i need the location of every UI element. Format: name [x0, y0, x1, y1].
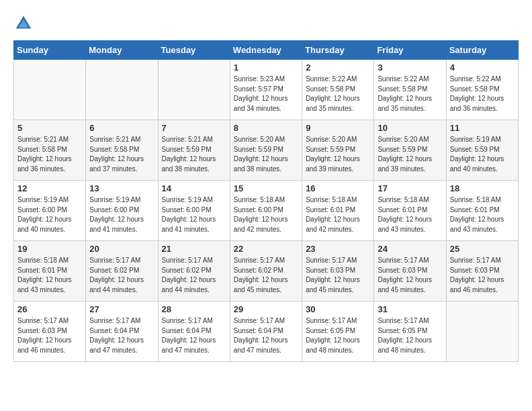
day-number: 30 [306, 304, 370, 314]
day-number: 1 [234, 62, 298, 73]
day-info: Sunrise: 5:17 AMSunset: 6:05 PMDaylight:… [378, 316, 442, 355]
day-cell: 25Sunrise: 5:17 AMSunset: 6:03 PMDayligh… [446, 241, 518, 302]
day-cell: 13Sunrise: 5:19 AMSunset: 6:00 PMDayligh… [86, 181, 158, 241]
header-cell-friday: Friday [374, 41, 446, 60]
day-number: 9 [306, 123, 370, 133]
day-cell: 14Sunrise: 5:19 AMSunset: 6:00 PMDayligh… [158, 181, 230, 241]
day-cell: 1Sunrise: 5:23 AMSunset: 5:57 PMDaylight… [230, 60, 302, 120]
day-info: Sunrise: 5:18 AMSunset: 6:00 PMDaylight:… [234, 195, 298, 234]
day-number: 11 [450, 123, 515, 133]
day-cell: 6Sunrise: 5:21 AMSunset: 5:58 PMDaylight… [86, 120, 158, 181]
day-cell: 17Sunrise: 5:18 AMSunset: 6:01 PMDayligh… [374, 181, 446, 241]
day-number: 28 [162, 304, 226, 314]
day-number: 8 [234, 123, 298, 133]
day-number: 2 [306, 62, 370, 73]
day-number: 16 [306, 183, 370, 193]
logo [13, 13, 36, 34]
header-row: SundayMondayTuesdayWednesdayThursdayFrid… [14, 41, 519, 60]
day-info: Sunrise: 5:17 AMSunset: 6:04 PMDaylight:… [234, 316, 298, 355]
week-row-1: 1Sunrise: 5:23 AMSunset: 5:57 PMDaylight… [14, 60, 519, 120]
logo-icon [13, 13, 34, 34]
day-info: Sunrise: 5:19 AMSunset: 5:59 PMDaylight:… [450, 135, 515, 174]
day-info: Sunrise: 5:23 AMSunset: 5:57 PMDaylight:… [234, 75, 298, 113]
day-number: 23 [306, 244, 370, 254]
day-info: Sunrise: 5:18 AMSunset: 6:01 PMDaylight:… [17, 256, 82, 295]
day-number: 14 [162, 183, 226, 193]
day-cell: 20Sunrise: 5:17 AMSunset: 6:02 PMDayligh… [86, 241, 158, 302]
header-cell-thursday: Thursday [302, 41, 374, 60]
day-number: 27 [89, 304, 154, 314]
day-info: Sunrise: 5:17 AMSunset: 6:03 PMDaylight:… [378, 256, 442, 295]
week-row-2: 5Sunrise: 5:21 AMSunset: 5:58 PMDaylight… [14, 120, 519, 181]
day-number: 15 [234, 183, 298, 193]
day-number: 31 [378, 304, 442, 314]
day-number: 22 [234, 244, 298, 254]
day-info: Sunrise: 5:19 AMSunset: 6:00 PMDaylight:… [89, 195, 154, 234]
day-info: Sunrise: 5:17 AMSunset: 6:05 PMDaylight:… [306, 316, 370, 355]
day-info: Sunrise: 5:17 AMSunset: 6:03 PMDaylight:… [17, 316, 82, 355]
day-info: Sunrise: 5:20 AMSunset: 5:59 PMDaylight:… [234, 135, 298, 174]
day-cell: 16Sunrise: 5:18 AMSunset: 6:01 PMDayligh… [302, 181, 374, 241]
header-cell-wednesday: Wednesday [230, 41, 302, 60]
day-info: Sunrise: 5:20 AMSunset: 5:59 PMDaylight:… [306, 135, 370, 174]
day-info: Sunrise: 5:21 AMSunset: 5:58 PMDaylight:… [89, 135, 154, 174]
day-cell: 12Sunrise: 5:19 AMSunset: 6:00 PMDayligh… [14, 181, 86, 241]
week-row-4: 19Sunrise: 5:18 AMSunset: 6:01 PMDayligh… [14, 241, 519, 302]
day-cell [86, 60, 158, 120]
day-cell: 27Sunrise: 5:17 AMSunset: 6:04 PMDayligh… [86, 302, 158, 362]
day-number: 5 [17, 123, 82, 133]
day-cell [446, 302, 518, 362]
day-cell: 18Sunrise: 5:18 AMSunset: 6:01 PMDayligh… [446, 181, 518, 241]
day-number: 26 [17, 304, 82, 314]
day-cell: 4Sunrise: 5:22 AMSunset: 5:58 PMDaylight… [446, 60, 518, 120]
day-info: Sunrise: 5:17 AMSunset: 6:04 PMDaylight:… [89, 316, 154, 355]
day-info: Sunrise: 5:18 AMSunset: 6:01 PMDaylight:… [306, 195, 370, 234]
day-cell: 3Sunrise: 5:22 AMSunset: 5:58 PMDaylight… [374, 60, 446, 120]
day-number: 19 [17, 244, 82, 254]
header-cell-monday: Monday [86, 41, 158, 60]
day-cell: 7Sunrise: 5:21 AMSunset: 5:59 PMDaylight… [158, 120, 230, 181]
page-header [13, 13, 519, 34]
day-info: Sunrise: 5:22 AMSunset: 5:58 PMDaylight:… [450, 75, 515, 113]
day-cell: 29Sunrise: 5:17 AMSunset: 6:04 PMDayligh… [230, 302, 302, 362]
day-number: 17 [378, 183, 442, 193]
day-cell: 2Sunrise: 5:22 AMSunset: 5:58 PMDaylight… [302, 60, 374, 120]
day-number: 7 [162, 123, 226, 133]
day-cell: 11Sunrise: 5:19 AMSunset: 5:59 PMDayligh… [446, 120, 518, 181]
day-info: Sunrise: 5:19 AMSunset: 6:00 PMDaylight:… [162, 195, 226, 234]
day-number: 6 [89, 123, 154, 133]
day-number: 4 [450, 62, 515, 73]
day-number: 13 [89, 183, 154, 193]
day-info: Sunrise: 5:17 AMSunset: 6:03 PMDaylight:… [306, 256, 370, 295]
header-cell-sunday: Sunday [14, 41, 86, 60]
day-cell: 19Sunrise: 5:18 AMSunset: 6:01 PMDayligh… [14, 241, 86, 302]
day-cell: 31Sunrise: 5:17 AMSunset: 6:05 PMDayligh… [374, 302, 446, 362]
day-info: Sunrise: 5:18 AMSunset: 6:01 PMDaylight:… [450, 195, 515, 234]
day-info: Sunrise: 5:19 AMSunset: 6:00 PMDaylight:… [17, 195, 82, 234]
day-cell: 8Sunrise: 5:20 AMSunset: 5:59 PMDaylight… [230, 120, 302, 181]
day-info: Sunrise: 5:21 AMSunset: 5:59 PMDaylight:… [162, 135, 226, 174]
day-info: Sunrise: 5:17 AMSunset: 6:02 PMDaylight:… [89, 256, 154, 295]
day-cell [158, 60, 230, 120]
day-info: Sunrise: 5:17 AMSunset: 6:02 PMDaylight:… [234, 256, 298, 295]
day-cell: 9Sunrise: 5:20 AMSunset: 5:59 PMDaylight… [302, 120, 374, 181]
day-cell: 21Sunrise: 5:17 AMSunset: 6:02 PMDayligh… [158, 241, 230, 302]
day-info: Sunrise: 5:17 AMSunset: 6:02 PMDaylight:… [162, 256, 226, 295]
day-number: 20 [89, 244, 154, 254]
day-info: Sunrise: 5:17 AMSunset: 6:03 PMDaylight:… [450, 256, 515, 295]
day-number: 18 [450, 183, 515, 193]
day-cell: 22Sunrise: 5:17 AMSunset: 6:02 PMDayligh… [230, 241, 302, 302]
day-number: 21 [162, 244, 226, 254]
calendar-table: SundayMondayTuesdayWednesdayThursdayFrid… [13, 40, 519, 362]
day-number: 10 [378, 123, 442, 133]
day-number: 12 [17, 183, 82, 193]
day-number: 24 [378, 244, 442, 254]
day-cell: 30Sunrise: 5:17 AMSunset: 6:05 PMDayligh… [302, 302, 374, 362]
day-number: 29 [234, 304, 298, 314]
day-info: Sunrise: 5:22 AMSunset: 5:58 PMDaylight:… [378, 75, 442, 113]
day-number: 3 [378, 62, 442, 73]
day-cell: 5Sunrise: 5:21 AMSunset: 5:58 PMDaylight… [14, 120, 86, 181]
day-cell: 15Sunrise: 5:18 AMSunset: 6:00 PMDayligh… [230, 181, 302, 241]
day-cell: 26Sunrise: 5:17 AMSunset: 6:03 PMDayligh… [14, 302, 86, 362]
day-cell: 28Sunrise: 5:17 AMSunset: 6:04 PMDayligh… [158, 302, 230, 362]
